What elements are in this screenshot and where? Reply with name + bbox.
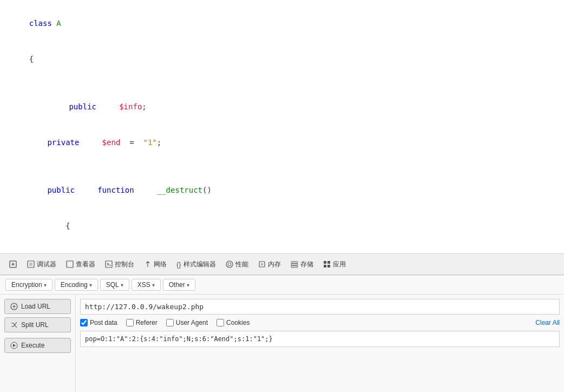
- tab-other-label: Other: [169, 281, 185, 289]
- checkboxes-row: Post data Referer User Agent Cookies Cle…: [80, 319, 560, 326]
- url-input[interactable]: [80, 299, 560, 315]
- tab-encryption[interactable]: Encryption ▾: [5, 279, 53, 291]
- tab-sql[interactable]: SQL ▾: [100, 279, 129, 291]
- tab-xss-arrow: ▾: [152, 282, 155, 288]
- svg-rect-7: [291, 262, 298, 263]
- cookies-checkbox[interactable]: [217, 319, 224, 326]
- code-line: {: [11, 208, 553, 244]
- tab-xss-label: XSS: [137, 281, 150, 289]
- tab-encoding-arrow: ▾: [89, 282, 92, 288]
- clear-all-button[interactable]: Clear All: [535, 319, 560, 326]
- referer-checkbox[interactable]: [126, 319, 134, 326]
- code-line: echo "des";: [11, 244, 553, 253]
- tab-bar: Encryption ▾ Encoding ▾ SQL ▾ XSS ▾ Othe…: [0, 276, 564, 295]
- panel-sidebar: Load URL Split URL Execu: [0, 295, 76, 392]
- memory-label: 内存: [268, 260, 281, 269]
- user-agent-checkbox[interactable]: [166, 319, 174, 326]
- devtools-toolbar: 调试器 查看器 控制台 网络 {} 样式编辑器 性能: [0, 253, 564, 275]
- devtools-style-btn[interactable]: {} 样式编辑器: [172, 258, 220, 271]
- cookies-label: Cookies: [226, 319, 250, 326]
- panel-content: Load URL Split URL Execu: [0, 295, 564, 392]
- devtools-debugger-btn[interactable]: 调试器: [23, 258, 61, 271]
- execute-button[interactable]: Execute: [4, 338, 71, 353]
- svg-point-4: [226, 261, 233, 267]
- tab-other-arrow: ▾: [187, 282, 189, 288]
- tab-encoding[interactable]: Encoding ▾: [55, 279, 98, 291]
- devtools-inspector-btn[interactable]: 查看器: [62, 258, 100, 271]
- devtools-performance-btn[interactable]: 性能: [221, 258, 253, 271]
- debugger-label: 调试器: [37, 260, 56, 269]
- post-data-checkbox-item[interactable]: Post data: [80, 319, 117, 326]
- svg-rect-9: [291, 266, 298, 267]
- split-url-label: Split URL: [21, 321, 49, 329]
- devtools-memory-btn[interactable]: 内存: [254, 258, 285, 271]
- code-line: public $info;: [11, 89, 553, 125]
- split-url-button[interactable]: Split URL: [4, 317, 71, 332]
- split-url-icon: [10, 321, 18, 329]
- performance-label: 性能: [235, 260, 248, 269]
- post-data-checkbox[interactable]: [80, 319, 88, 326]
- devtools-network-btn[interactable]: 网络: [140, 258, 171, 271]
- console-label: 控制台: [115, 260, 134, 269]
- execute-label: Execute: [21, 342, 44, 349]
- execute-icon: [10, 342, 18, 349]
- tab-encoding-label: Encoding: [61, 281, 88, 289]
- app-label: 应用: [333, 260, 346, 269]
- tab-xss[interactable]: XSS ▾: [132, 279, 161, 291]
- bottom-panel: Encryption ▾ Encoding ▾ SQL ▾ XSS ▾ Othe…: [0, 275, 564, 392]
- load-url-label: Load URL: [21, 303, 50, 310]
- post-data-label: Post data: [90, 319, 117, 326]
- network-label: 网络: [154, 260, 167, 269]
- devtools-storage-btn[interactable]: 存储: [286, 258, 318, 271]
- svg-marker-16: [13, 344, 16, 347]
- tab-encryption-label: Encryption: [11, 281, 42, 289]
- code-line: class A: [11, 5, 553, 41]
- referer-checkbox-item[interactable]: Referer: [126, 319, 158, 326]
- style-label: 样式编辑器: [183, 260, 216, 269]
- tab-encryption-arrow: ▾: [44, 282, 47, 288]
- code-line: private $end = "1";: [11, 125, 553, 160]
- code-line: {: [11, 41, 553, 77]
- code-editor: class A { public $info; private $end = "…: [0, 0, 564, 253]
- svg-rect-10: [324, 261, 326, 264]
- right-content: Post data Referer User Agent Cookies Cle…: [76, 295, 564, 392]
- devtools-console-btn[interactable]: 控制台: [101, 258, 139, 271]
- post-data-input[interactable]: [80, 331, 560, 347]
- inspector-label: 查看器: [76, 260, 95, 269]
- user-agent-label: User Agent: [176, 319, 208, 326]
- devtools-inspector-icon[interactable]: [4, 258, 22, 271]
- devtools-app-btn[interactable]: 应用: [319, 258, 350, 271]
- svg-point-5: [228, 263, 231, 266]
- storage-label: 存储: [300, 260, 313, 269]
- svg-rect-13: [327, 265, 330, 267]
- tab-sql-label: SQL: [106, 281, 119, 289]
- svg-rect-11: [327, 261, 330, 264]
- tab-sql-arrow: ▾: [121, 282, 123, 288]
- tab-other[interactable]: Other ▾: [163, 279, 195, 291]
- code-line: public function __destruct(): [11, 172, 553, 208]
- svg-rect-12: [324, 265, 326, 267]
- svg-rect-2: [67, 261, 73, 267]
- svg-rect-8: [291, 264, 298, 265]
- user-agent-checkbox-item[interactable]: User Agent: [166, 319, 208, 326]
- load-url-icon: [10, 303, 18, 310]
- cookies-checkbox-item[interactable]: Cookies: [217, 319, 250, 326]
- load-url-button[interactable]: Load URL: [4, 299, 71, 314]
- referer-label: Referer: [136, 319, 158, 326]
